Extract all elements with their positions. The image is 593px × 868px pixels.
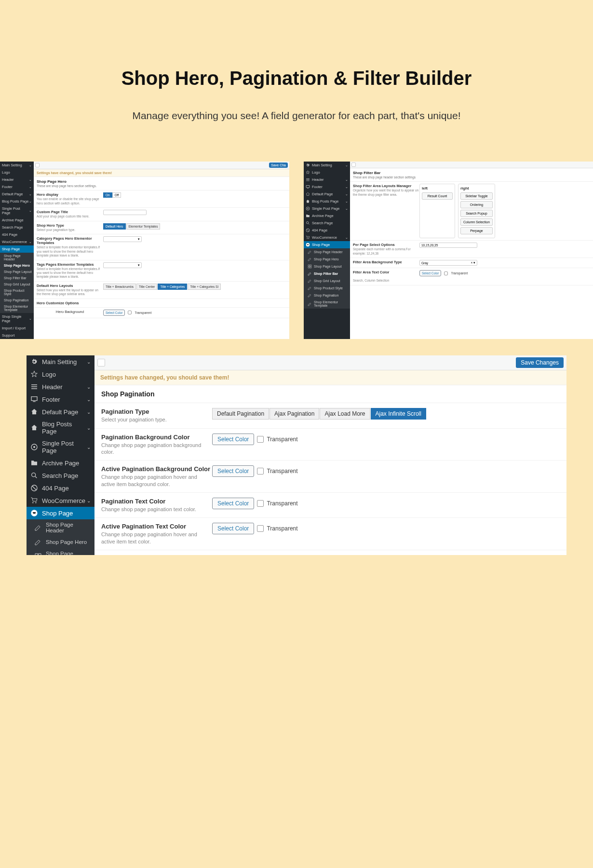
bg-type-select[interactable]: Gray× ▾ xyxy=(419,260,477,266)
field-desc: Change shop page pagination background c… xyxy=(101,442,212,456)
sidebar-item-404[interactable]: 404 Page xyxy=(0,231,34,238)
sidebar-item-main[interactable]: Main Setting⌄ xyxy=(27,355,94,368)
sidebar-item-archive[interactable]: Archive Page xyxy=(27,457,94,469)
sidebar-item-shop-single[interactable]: Shop Single Page⌄ xyxy=(0,313,34,325)
sidebar-item-blog-posts[interactable]: Blog Posts Page⌄ xyxy=(27,418,94,437)
layout-item[interactable]: Search Popup xyxy=(460,210,493,217)
sidebar-item-shop-filter[interactable]: Shop Filter Bar xyxy=(0,275,34,281)
sidebar-item-404[interactable]: 404 Page xyxy=(304,227,350,234)
sidebar-item-search[interactable]: Search Page xyxy=(304,219,350,227)
save-button[interactable]: Save Cha xyxy=(269,163,288,168)
hero-type-elementor[interactable]: Elementor Templates xyxy=(126,223,161,230)
sidebar-item-default-page[interactable]: Default Page⌄ xyxy=(304,190,350,198)
sidebar-item-shop[interactable]: Shop Page xyxy=(27,507,94,519)
pag-ajax[interactable]: Ajax Pagination xyxy=(270,408,319,420)
sidebar-item-shop-product[interactable]: Shop Product Style xyxy=(304,285,350,292)
field-label: Hero Background xyxy=(37,310,103,314)
select-color-button[interactable]: Select Color xyxy=(212,465,254,477)
sidebar-item-archive[interactable]: Archive Page xyxy=(0,217,34,224)
sidebar-item-shop-filter[interactable]: Shop Filter Bar xyxy=(304,270,350,277)
sidebar-item-header[interactable]: Header⌄ xyxy=(0,176,34,183)
select-color-button[interactable]: Select Color xyxy=(212,498,254,509)
sidebar-item-shop-layout[interactable]: Shop Page Layout xyxy=(304,263,350,270)
sidebar-item-shop-elementor[interactable]: Shop Elementor Template xyxy=(304,299,350,309)
sidebar-item-shop-hero[interactable]: Shop Page Hero xyxy=(0,262,34,269)
sidebar-item-footer[interactable]: Footer⌄ xyxy=(304,183,350,190)
sidebar-item-shop-layout[interactable]: Shop Page Layout xyxy=(0,269,34,275)
pag-infinite[interactable]: Ajax Infinite Scroll xyxy=(371,408,426,420)
transparent-checkbox[interactable] xyxy=(257,468,264,475)
sidebar-item-shop-grid[interactable]: Shop Grid Layout xyxy=(0,281,34,287)
sidebar-item-logo[interactable]: Logo xyxy=(27,368,94,380)
sidebar-item-support[interactable]: Support xyxy=(0,332,34,339)
hero-type-group: Default HeroElementor Templates xyxy=(103,223,160,230)
sidebar-item-default-page[interactable]: Default Page⌄ xyxy=(27,406,94,418)
save-button[interactable]: Save Changes xyxy=(516,357,564,368)
hero-display-toggle[interactable]: OnOff xyxy=(103,192,121,198)
cart-circle-icon xyxy=(30,509,38,517)
sidebar-item-default-page[interactable]: Default Page⌄ xyxy=(0,190,34,198)
sidebar-item-header[interactable]: Header⌄ xyxy=(304,176,350,183)
sidebar-item-blog-posts[interactable]: Blog Posts Page⌄ xyxy=(304,198,350,205)
custom-title-input[interactable] xyxy=(103,210,147,215)
sidebar-item-import[interactable]: Import / Export xyxy=(0,325,34,332)
sidebar-item-shop[interactable]: Shop Page xyxy=(0,245,34,253)
sidebar-item-shop-product[interactable]: Shop Product Style xyxy=(0,287,34,297)
sidebar-item-search[interactable]: Search Page xyxy=(27,469,94,482)
select-color-button[interactable]: Select Color xyxy=(212,523,254,534)
sidebar-item-archive[interactable]: Archive Page xyxy=(304,212,350,219)
sidebar-item-shop-header[interactable]: Shop Page Header xyxy=(0,253,34,262)
sidebar-item-single-post[interactable]: Single Post Page⌄ xyxy=(304,205,350,212)
sidebar-item-shop-pagination[interactable]: Shop Pagination xyxy=(304,292,350,299)
sidebar-item-blog-posts[interactable]: Blog Posts Page⌄ xyxy=(0,198,34,205)
pag-loadmore[interactable]: Ajax Load More xyxy=(320,408,370,420)
sidebar-item-single-post[interactable]: Single Post Page⌄ xyxy=(0,205,34,217)
transparent-checkbox[interactable] xyxy=(257,436,264,443)
sidebar-item-footer[interactable]: Footer⌄ xyxy=(0,183,34,190)
sidebar-item-search[interactable]: Search Page xyxy=(0,224,34,231)
sidebar-item-header[interactable]: Header⌄ xyxy=(27,380,94,393)
select-color-button[interactable]: Select Color xyxy=(212,434,254,445)
layout-item[interactable]: Column Selection xyxy=(460,218,493,226)
select-color-button[interactable]: Select Color xyxy=(103,310,125,316)
checkbox-label: Transparent xyxy=(267,436,297,443)
sidebar-item-main[interactable]: Main Setting⌄ xyxy=(0,162,34,169)
sidebar-item-logo[interactable]: Logo xyxy=(0,169,34,176)
sidebar-item-shop-pagination[interactable]: Shop Pagination xyxy=(0,297,34,303)
sidebar-item-woo[interactable]: WooCommerce⌄ xyxy=(304,234,350,241)
sidebar-item-single-post[interactable]: Single Post Page⌄ xyxy=(27,437,94,457)
sidebar-item-404[interactable]: 404 Page xyxy=(27,482,94,494)
transparent-checkbox[interactable] xyxy=(257,525,264,532)
transparent-checkbox[interactable] xyxy=(128,311,132,314)
sidebar-item-shop[interactable]: Shop Page xyxy=(304,241,350,248)
layout-item[interactable]: Perpage xyxy=(460,227,493,234)
expand-button[interactable] xyxy=(97,359,105,366)
sidebar-item-shop-layout[interactable]: Shop Page Layout xyxy=(27,548,94,555)
expand-button[interactable] xyxy=(35,163,40,167)
sidebar-item-shop-grid[interactable]: Shop Grid Layout xyxy=(304,277,350,285)
layout-item[interactable]: Result Count xyxy=(422,192,453,200)
sidebar-item-shop-header[interactable]: Shop Page Header xyxy=(27,519,94,536)
select-color-button[interactable]: Select Color xyxy=(419,270,441,276)
sidebar-item-woo[interactable]: WooCommerce⌄ xyxy=(0,238,34,245)
layout-item[interactable]: Ordering xyxy=(460,201,493,208)
sidebar-item-logo[interactable]: Logo xyxy=(304,169,350,176)
sidebar-item-shop-header[interactable]: Shop Page Header xyxy=(304,248,350,256)
sidebar-item-shop-hero[interactable]: Shop Page Hero xyxy=(27,536,94,548)
layout-item[interactable]: Sidebar Toggle xyxy=(460,192,493,200)
transparent-checkbox[interactable] xyxy=(257,500,264,507)
sidebar-item-woo[interactable]: WooCommerce⌄ xyxy=(27,494,94,507)
field-desc: You can enable or disable the site shop … xyxy=(37,197,103,205)
perpage-input[interactable] xyxy=(419,243,477,248)
panel-pagination: Main Setting⌄ Logo Header⌄ Footer⌄ Defau… xyxy=(27,355,566,555)
category-template-select[interactable]: ▾ xyxy=(103,236,142,242)
sidebar-item-footer[interactable]: Footer⌄ xyxy=(27,393,94,406)
tag-template-select[interactable]: ▾ xyxy=(103,262,142,268)
pag-default[interactable]: Default Pagination xyxy=(212,408,269,420)
sidebar-item-shop-hero[interactable]: Shop Page Hero xyxy=(304,256,350,263)
hero-type-default[interactable]: Default Hero xyxy=(103,223,126,230)
transparent-checkbox[interactable] xyxy=(444,271,448,275)
sidebar-item-main[interactable]: Main Setting⌄ xyxy=(304,162,350,169)
sidebar-item-shop-elementor[interactable]: Shop Elementor Template xyxy=(0,303,34,313)
expand-button[interactable] xyxy=(351,163,356,167)
